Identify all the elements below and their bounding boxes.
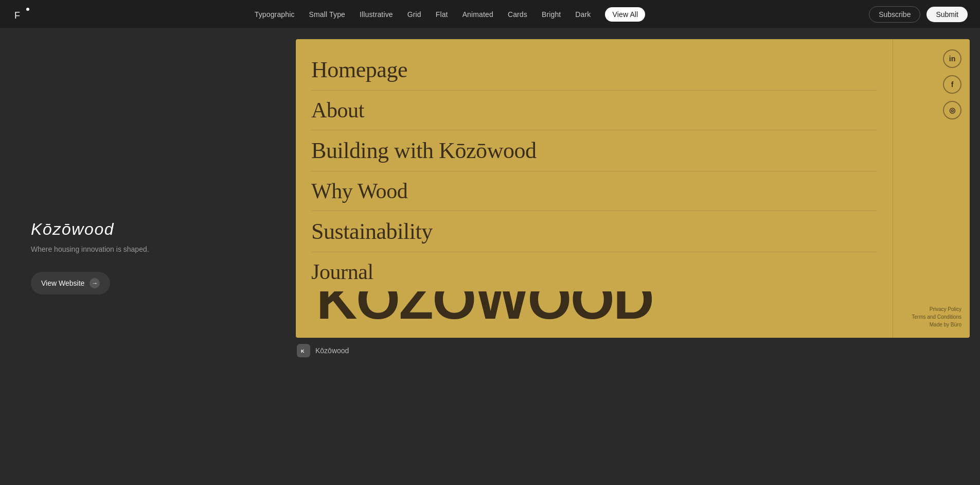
preview-right-sidebar: in f ◎ Privacy Policy Terms and Conditio… xyxy=(893,39,970,338)
arrow-right-icon: → xyxy=(90,278,100,288)
menu-item-sustainability: Sustainability xyxy=(311,211,433,252)
logo[interactable]: F xyxy=(12,5,31,24)
nav-item-flat[interactable]: Flat xyxy=(436,10,448,19)
svg-text:F: F xyxy=(14,10,20,21)
nav-item-grid[interactable]: Grid xyxy=(407,10,421,19)
nav-item-illustrative[interactable]: Illustrative xyxy=(360,10,393,19)
list-item: Sustainability xyxy=(311,211,877,252)
left-panel: Kōzōwood Where housing innovation is sha… xyxy=(0,29,296,485)
nav-item-dark[interactable]: Dark xyxy=(575,10,591,19)
nav-item-cards[interactable]: Cards xyxy=(508,10,527,19)
nav-item-small-type[interactable]: Small Type xyxy=(309,10,345,19)
menu-item-about: About xyxy=(311,91,364,130)
nav-right: Subscribe Submit xyxy=(869,6,968,23)
menu-item-building: Building with Kōzōwood xyxy=(311,130,537,171)
list-item: Homepage xyxy=(311,49,877,91)
preview-links: Privacy Policy Terms and Conditions Made… xyxy=(901,306,961,327)
made-by: Made by Büro xyxy=(930,322,961,327)
nav-item-typographic[interactable]: Typographic xyxy=(255,10,295,19)
nav-item-bright[interactable]: Bright xyxy=(542,10,561,19)
menu-item-why-wood: Why Wood xyxy=(311,171,407,211)
preview-container: Homepage About Building with Kōzōwood Wh… xyxy=(296,39,970,357)
terms-link: Terms and Conditions xyxy=(912,314,961,320)
social-icons: in f ◎ xyxy=(901,49,961,119)
list-item: About xyxy=(311,91,877,130)
preview-nav-menu: Homepage About Building with Kōzōwood Wh… xyxy=(296,39,893,338)
nav-item-animated[interactable]: Animated xyxy=(462,10,493,19)
brand-subtitle: Where housing innovation is shaped. xyxy=(31,245,265,253)
preview-brand-large: KŌZŌWOOD xyxy=(311,291,877,327)
svg-point-2 xyxy=(26,8,29,11)
main-content: Kōzōwood Where housing innovation is sha… xyxy=(0,29,980,485)
preview-card: Homepage About Building with Kōzōwood Wh… xyxy=(296,39,970,338)
list-item: Building with Kōzōwood xyxy=(311,130,877,171)
nav-links: Typographic Small Type Illustrative Grid… xyxy=(255,10,646,19)
preview-menu-items: Homepage About Building with Kōzōwood Wh… xyxy=(311,49,877,291)
site-tag-icon: K xyxy=(297,344,310,357)
nav-item-view-all[interactable]: View All xyxy=(605,10,645,19)
instagram-icon: ◎ xyxy=(943,101,961,119)
list-item: Why Wood xyxy=(311,171,877,211)
list-item: Journal xyxy=(311,252,877,291)
view-website-label: View Website xyxy=(41,279,84,287)
privacy-policy-link: Privacy Policy xyxy=(930,306,961,312)
preview-site-tag: K Kōzōwood xyxy=(296,344,970,357)
linkedin-icon: in xyxy=(943,49,961,68)
brand-title: Kōzōwood xyxy=(31,220,265,239)
svg-text:K: K xyxy=(301,349,305,354)
menu-item-journal: Journal xyxy=(311,252,373,291)
subscribe-button[interactable]: Subscribe xyxy=(869,6,920,23)
view-website-button[interactable]: View Website → xyxy=(31,272,110,295)
site-tag-name: Kōzōwood xyxy=(315,347,349,355)
right-panel: Homepage About Building with Kōzōwood Wh… xyxy=(296,29,980,485)
main-nav: F Typographic Small Type Illustrative Gr… xyxy=(0,0,980,29)
menu-item-homepage: Homepage xyxy=(311,49,407,90)
submit-button[interactable]: Submit xyxy=(926,7,968,22)
facebook-icon: f xyxy=(943,75,961,94)
